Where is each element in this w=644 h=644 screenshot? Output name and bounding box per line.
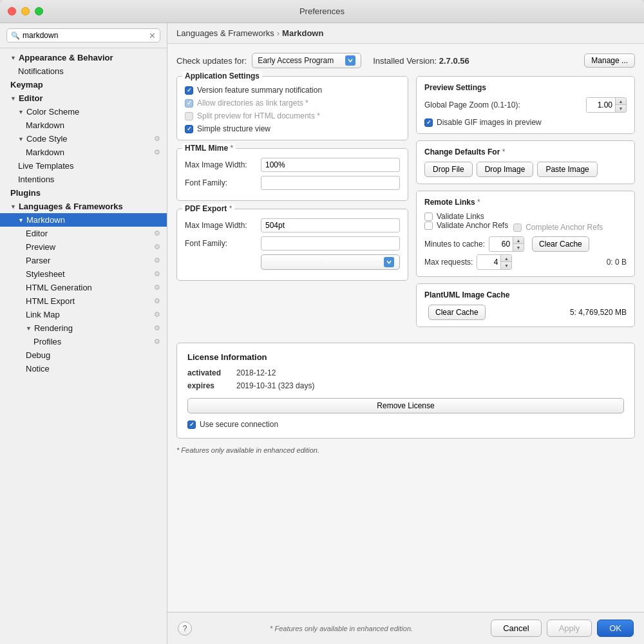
cache-size-value: 0: 0 B — [607, 258, 627, 267]
sidebar-item-label: Notice — [26, 364, 50, 374]
check-updates-label: Check updates for: — [176, 56, 247, 66]
minimize-button[interactable] — [21, 7, 30, 15]
sidebar-item-live-templates[interactable]: Live Templates — [0, 159, 167, 173]
sidebar-item-code-style-markdown[interactable]: Markdown ⚙ — [0, 146, 167, 159]
pdf-max-width-label: Max Image Width: — [185, 221, 256, 230]
sidebar-item-stylesheet[interactable]: Stylesheet ⚙ — [0, 267, 167, 281]
sidebar-item-html-export[interactable]: HTML Export ⚙ — [0, 294, 167, 308]
sidebar-item-lang-frameworks[interactable]: ▼ Languages & Frameworks — [0, 200, 167, 213]
complete-anchor-checkbox — [513, 223, 522, 232]
sidebar-item-color-scheme[interactable]: ▼ Color Scheme — [0, 105, 167, 118]
expand-icon: ▼ — [10, 55, 16, 61]
minutes-down-button[interactable]: ▼ — [513, 244, 524, 251]
license-activated-value: 2018-12-12 — [236, 368, 276, 377]
html-mime-max-width-input[interactable] — [261, 158, 400, 172]
license-title: License Information — [187, 352, 624, 362]
zoom-down-button[interactable]: ▼ — [616, 105, 626, 112]
version-feature-label: Version feature summary notification — [197, 86, 322, 95]
paste-image-button[interactable]: Paste Image — [537, 162, 597, 177]
search-clear-icon[interactable]: ✕ — [149, 32, 156, 40]
sidebar-item-label: Parser — [26, 256, 50, 265]
cancel-button[interactable]: Cancel — [491, 620, 541, 637]
sidebar-item-editor[interactable]: ▼ Editor — [0, 91, 167, 105]
secure-connection-checkbox[interactable] — [187, 421, 196, 429]
minutes-cache-label: Minutes to cache: — [424, 240, 485, 249]
validate-links-checkbox[interactable] — [424, 213, 433, 221]
apply-button[interactable]: Apply — [547, 620, 592, 637]
plantuml-title: PlantUML Image Cache — [424, 290, 627, 299]
sidebar-item-intentions[interactable]: Intentions — [0, 173, 167, 186]
plantuml-clear-cache-button[interactable]: Clear Cache — [428, 305, 486, 320]
drop-image-button[interactable]: Drop Image — [477, 162, 534, 177]
close-button[interactable] — [8, 7, 16, 15]
validate-anchor-checkbox[interactable] — [424, 222, 433, 230]
version-feature-checkbox[interactable] — [185, 86, 193, 95]
manage-button[interactable]: Manage ... — [584, 53, 635, 68]
pdf-dropdown-arrow-icon — [384, 257, 394, 267]
zoom-up-button[interactable]: ▲ — [616, 98, 626, 105]
change-defaults-box: Change Defaults For * Drop File Drop Ima… — [416, 140, 635, 184]
search-icon: 🔍 — [11, 32, 20, 40]
content-area: Check updates for: Early Access Program … — [167, 44, 644, 612]
sidebar-item-keymap[interactable]: Keymap — [0, 78, 167, 91]
sidebar-item-plugins[interactable]: Plugins — [0, 186, 167, 200]
drop-file-button[interactable]: Drop File — [424, 162, 473, 177]
sidebar-item-label: Code Style — [26, 134, 68, 144]
sidebar-item-color-scheme-markdown[interactable]: Markdown — [0, 118, 167, 132]
sidebar-item-editor-sub[interactable]: Editor ⚙ — [0, 227, 167, 240]
ok-button[interactable]: OK — [597, 620, 634, 637]
search-bar: 🔍 ✕ — [0, 23, 167, 48]
disable-gif-checkbox[interactable] — [424, 118, 433, 127]
config-icon: ⚙ — [154, 243, 160, 251]
sidebar-item-debug[interactable]: Debug — [0, 348, 167, 362]
sidebar-item-notice[interactable]: Notice — [0, 362, 167, 375]
maximize-button[interactable] — [35, 7, 43, 15]
plantuml-box: PlantUML Image Cache Clear Cache 5: 4,76… — [416, 283, 635, 327]
complete-anchor-row: Complete Anchor Refs — [513, 221, 603, 234]
max-requests-up-button[interactable]: ▲ — [501, 255, 511, 262]
sidebar-item-label: Preview — [26, 242, 55, 252]
sidebar-item-parser[interactable]: Parser ⚙ — [0, 254, 167, 267]
sidebar-item-rendering[interactable]: ▼ Rendering ⚙ — [0, 321, 167, 335]
minutes-cache-input-wrap: ▲ ▼ — [489, 236, 524, 252]
checkbox-allow-dirs: Allow directories as link targets * — [185, 99, 400, 108]
pdf-font-input[interactable] — [261, 236, 400, 251]
minutes-cache-row: Minutes to cache: ▲ ▼ Clear Cache — [424, 236, 627, 252]
sidebar-item-profiles[interactable]: Profiles ⚙ — [0, 335, 167, 348]
max-requests-down-button[interactable]: ▼ — [501, 262, 511, 269]
pdf-dropdown[interactable] — [261, 254, 400, 270]
config-icon: ⚙ — [154, 337, 160, 346]
sidebar-item-link-map[interactable]: Link Map ⚙ — [0, 308, 167, 321]
remote-clear-cache-button[interactable]: Clear Cache — [532, 236, 589, 252]
sidebar-item-appearance[interactable]: ▼ Appearance & Behavior — [0, 51, 167, 64]
installed-version-value: 2.7.0.56 — [439, 56, 469, 66]
minutes-up-button[interactable]: ▲ — [513, 237, 524, 244]
zoom-input[interactable] — [587, 98, 615, 112]
max-requests-input[interactable] — [477, 255, 500, 269]
sidebar-item-code-style[interactable]: ▼ Code Style ⚙ — [0, 132, 167, 146]
help-button[interactable]: ? — [178, 621, 192, 636]
footer-buttons: Cancel Apply OK — [491, 620, 634, 637]
preferences-window: Preferences 🔍 ✕ ▼ Appearance & Behavior … — [0, 0, 644, 644]
installed-version-label: Installed Version: 2.7.0.56 — [373, 56, 469, 66]
allow-dirs-checkbox[interactable] — [185, 99, 193, 108]
split-preview-checkbox[interactable] — [185, 112, 193, 120]
minutes-cache-input[interactable] — [489, 237, 513, 251]
sidebar-item-label: Languages & Frameworks — [19, 202, 123, 211]
sidebar-item-label: HTML Generation — [26, 283, 92, 292]
footer-note: * Features only available in enhanced ed… — [176, 446, 635, 454]
sidebar-item-notifications[interactable]: Notifications — [0, 64, 167, 78]
sidebar-item-markdown[interactable]: ▼ Markdown — [0, 213, 167, 227]
expand-icon: ▼ — [10, 95, 16, 102]
sidebar-item-html-generation[interactable]: HTML Generation ⚙ — [0, 281, 167, 294]
html-mime-font-input[interactable] — [261, 176, 400, 190]
sidebar-item-preview[interactable]: Preview ⚙ — [0, 240, 167, 254]
pdf-max-width-input[interactable] — [261, 218, 400, 232]
search-input-wrap: 🔍 ✕ — [6, 28, 160, 43]
check-updates-dropdown[interactable]: Early Access Program — [252, 53, 361, 68]
footer-note-area: * Features only available in enhanced ed… — [192, 623, 491, 633]
sidebar-item-label: Plugins — [10, 188, 41, 198]
simple-structure-checkbox[interactable] — [185, 125, 193, 133]
search-input[interactable] — [23, 31, 146, 40]
remove-license-button[interactable]: Remove License — [187, 398, 624, 413]
